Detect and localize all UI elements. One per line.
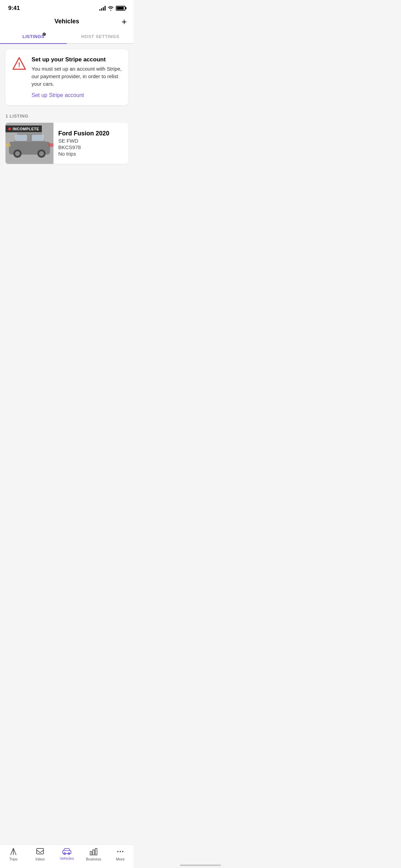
svg-rect-5 [15, 135, 27, 141]
battery-icon [116, 6, 125, 11]
tab-listings[interactable]: LISTINGS [0, 29, 67, 43]
status-icons [99, 6, 125, 11]
wifi-icon [108, 6, 114, 11]
svg-rect-11 [5, 143, 11, 147]
alert-title: Set up your Stripe account [32, 56, 122, 63]
alert-body: Set up your Stripe account You must set … [32, 56, 122, 98]
vehicle-trips: No trips [58, 151, 109, 157]
page-title: Vehicles [54, 18, 79, 25]
stripe-alert-card: ! Set up your Stripe account You must se… [5, 49, 128, 105]
listing-count: 1 LISTING [5, 113, 128, 119]
alert-icon: ! [12, 56, 27, 71]
stripe-setup-link[interactable]: Set up Stripe account [32, 92, 84, 98]
add-vehicle-button[interactable]: + [122, 17, 127, 26]
vehicle-plate: BKCS978 [58, 144, 109, 150]
signal-icon [99, 6, 106, 11]
svg-text:!: ! [18, 61, 21, 69]
vehicle-trim: SE FWD [58, 138, 109, 144]
svg-rect-12 [48, 143, 53, 147]
vehicle-card[interactable]: INCOMPLETE Ford Fusion 2020 SE FWD BKCS9… [5, 123, 128, 164]
tabs: LISTINGS HOST SETTINGS [0, 29, 134, 44]
vehicle-info: Ford Fusion 2020 SE FWD BKCS978 No trips [53, 123, 114, 164]
tab-host-settings[interactable]: HOST SETTINGS [67, 29, 134, 43]
svg-rect-6 [32, 135, 44, 141]
content-area: ! Set up your Stripe account You must se… [0, 44, 134, 195]
listings-badge [42, 33, 46, 36]
status-bar: 9:41 [0, 0, 134, 14]
svg-point-10 [39, 151, 44, 156]
alert-description: You must set up an account with Stripe, … [32, 65, 122, 87]
warning-icon: ! [12, 57, 26, 70]
svg-point-8 [15, 151, 20, 156]
vehicle-name: Ford Fusion 2020 [58, 130, 109, 137]
header: Vehicles + [0, 14, 134, 29]
status-time: 9:41 [8, 5, 20, 12]
incomplete-badge: INCOMPLETE [5, 125, 42, 132]
red-dot-icon [8, 128, 11, 130]
vehicle-image: INCOMPLETE [5, 123, 53, 164]
